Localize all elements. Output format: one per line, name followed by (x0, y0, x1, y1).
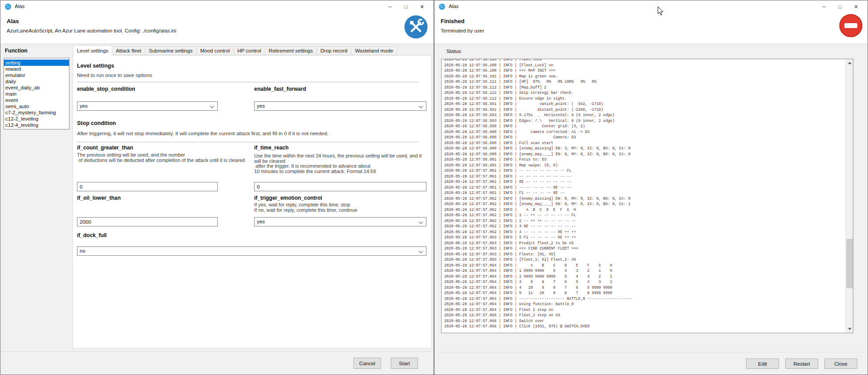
function-item-event[interactable]: event (4, 97, 69, 103)
restart-button[interactable]: Restart (785, 359, 818, 369)
chevron-down-icon (419, 104, 423, 109)
maximize-icon[interactable]: □ (832, 0, 848, 13)
close-icon[interactable]: ✕ (414, 0, 430, 13)
function-item-c7-2-mystery-farming[interactable]: c7-2_mystery_farming (4, 109, 69, 116)
alas-app-icon (4, 3, 12, 10)
stop-condition-heading: Stop condition (77, 120, 116, 126)
screen: Alas ─ □ ✕ Alas AzurLaneAutoScript, An A… (0, 0, 868, 375)
cancel-button[interactable]: Cancel (353, 358, 381, 369)
log-output: 2020-05-28 12:07:56.100 | INFO | fleet_l… (444, 59, 845, 330)
mouse-cursor (657, 6, 664, 18)
footer-divider (0, 351, 434, 352)
tab-hp-control[interactable]: HP control (234, 46, 265, 55)
function-item-semi-auto[interactable]: semi_auto (4, 103, 69, 109)
window-title: Alas (15, 4, 24, 9)
chevron-down-icon (419, 220, 423, 224)
if-dock-full-value: no (80, 248, 85, 254)
config-tools-icon (404, 15, 428, 39)
tab-strip: Level settings Attack fleet Submarine se… (73, 45, 397, 56)
edit-button[interactable]: Edit (746, 359, 779, 369)
if-trigger-emotion-control-select[interactable]: yes (254, 217, 426, 226)
if-dock-full-select[interactable]: no (77, 246, 426, 256)
stop-condition-desc: After triggering, it will not stop immed… (77, 131, 329, 136)
function-item-emulator[interactable]: emulator (4, 72, 69, 78)
page-subtitle: AzurLaneAutoScript, An Azur Lane automat… (7, 28, 176, 33)
window-title: Alas (449, 4, 458, 9)
close-button[interactable]: Close (824, 359, 857, 369)
tab-level-settings[interactable]: Level settings (73, 45, 112, 56)
function-item-main[interactable]: main (4, 91, 69, 97)
enable-fast-forward-label: enable_fast_forward (254, 86, 306, 92)
function-label: Function (5, 48, 28, 54)
alas-log-window: Alas ─ □ ✕ Finished Terminated by user S… (434, 0, 868, 375)
if-time-reach-desc: Use the time within the next 24 hours, t… (254, 153, 422, 174)
close-icon[interactable]: ✕ (848, 0, 864, 13)
function-item-event-daily-ab[interactable]: event_daily_ab (4, 85, 69, 91)
log-console: 2020-05-28 12:07:56.100 | INFO | fleet_l… (441, 59, 853, 333)
stopped-icon (839, 14, 863, 37)
titlebar[interactable]: Alas ─ □ ✕ (0, 0, 434, 13)
if-count-greater-than-input[interactable] (77, 182, 218, 191)
form-heading: Level settings (77, 63, 114, 69)
chevron-down-icon (210, 104, 215, 109)
function-item-c12-2-leveling[interactable]: c12-2_leveling (4, 116, 69, 122)
page-title: Alas (7, 18, 19, 24)
function-item-c12-4-leveling[interactable]: c12-4_leveling (4, 122, 69, 128)
tab-wasteland-mode[interactable]: Wasteland mode (351, 46, 397, 55)
level-settings-panel: Level settings Need to run once to save … (73, 55, 432, 348)
chevron-down-icon (419, 249, 423, 254)
start-button[interactable]: Start (391, 358, 418, 369)
run-state-title: Finished (441, 18, 464, 24)
log-scrollbar[interactable] (845, 59, 853, 333)
status-label: Status (446, 48, 461, 54)
if-time-reach-label: if_time_reach (254, 145, 288, 151)
if-trigger-emotion-control-value: yes (257, 219, 265, 224)
function-item-reward[interactable]: reward (4, 66, 69, 72)
function-item-setting[interactable]: setting (4, 60, 69, 66)
tab-submarine-settings[interactable]: Submarine settings (145, 46, 196, 55)
scroll-down-icon[interactable] (846, 325, 853, 333)
tab-retirement-settings[interactable]: Retirement settings (265, 46, 317, 55)
if-oil-lower-than-label: if_oil_lower_than (77, 195, 121, 201)
enable-fast-forward-value: yes (257, 103, 265, 109)
minimize-icon[interactable]: ─ (382, 0, 398, 13)
function-list: setting reward emulator daily event_dail… (4, 58, 69, 129)
function-item-daily[interactable]: daily (4, 78, 69, 85)
run-state-subtitle: Terminated by user (441, 28, 484, 33)
titlebar[interactable]: Alas ─ □ ✕ (434, 0, 868, 13)
tab-mood-control[interactable]: Mood control (197, 46, 234, 55)
scroll-up-icon[interactable] (846, 59, 853, 67)
if-count-greater-than-desc: The previous setting will be used, and t… (77, 153, 246, 163)
enable-stop-condition-label: enable_stop_condition (77, 86, 135, 92)
enable-stop-condition-value: yes (80, 103, 88, 109)
tab-attack-fleet[interactable]: Attack fleet (112, 46, 145, 55)
divider (77, 142, 419, 142)
divider (77, 82, 419, 82)
form-subheading: Need to run once to save options (77, 73, 152, 78)
enable-stop-condition-select[interactable]: yes (77, 101, 218, 111)
header-area (434, 13, 868, 44)
maximize-icon[interactable]: □ (398, 0, 414, 13)
footer-divider (434, 352, 868, 352)
scrollbar-thumb[interactable] (846, 239, 853, 288)
if-dock-full-label: if_dock_full (77, 232, 107, 238)
header-divider (434, 44, 868, 44)
tab-drop-record[interactable]: Drop record (317, 46, 352, 55)
if-oil-lower-than-input[interactable] (77, 217, 218, 226)
if-count-greater-than-label: if_count_greater_than (77, 145, 133, 151)
header-divider (0, 44, 434, 44)
if-trigger-emotion-control-label: if_trigger_emotion_control (254, 195, 322, 201)
minimize-icon[interactable]: ─ (816, 0, 832, 13)
enable-fast-forward-select[interactable]: yes (254, 101, 426, 111)
alas-app-icon (438, 3, 446, 10)
if-trigger-emotion-control-desc: If yes, wait for reply, complete this ti… (254, 202, 357, 213)
alas-config-window: Alas ─ □ ✕ Alas AzurLaneAutoScript, An A… (0, 0, 434, 375)
if-time-reach-input[interactable] (254, 182, 426, 191)
